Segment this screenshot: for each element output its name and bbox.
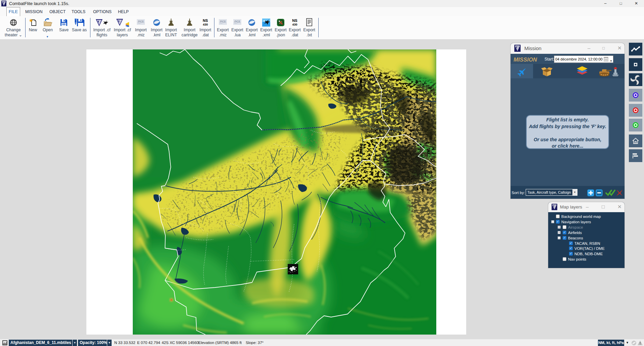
svg-text:NS: NS bbox=[292, 18, 297, 23]
svg-text:NS: NS bbox=[203, 18, 208, 23]
svg-text:430: 430 bbox=[292, 23, 297, 26]
svg-text:430: 430 bbox=[203, 23, 208, 26]
